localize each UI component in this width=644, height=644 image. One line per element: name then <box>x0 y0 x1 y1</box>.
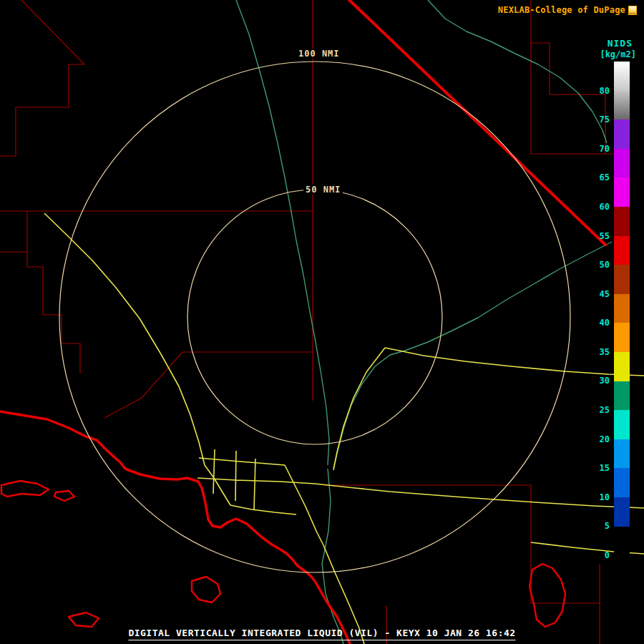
island-outline <box>54 491 74 501</box>
colorbar-segment <box>614 497 630 527</box>
radar-display: 100 NMI 50 NMI NEXLAB-College of DuPage … <box>0 0 644 644</box>
colorbar-tick-label: 35 <box>591 346 610 358</box>
colorbar-tick-label: 50 <box>591 259 610 270</box>
county-boundary-path <box>323 485 600 644</box>
island-outline <box>1 481 49 497</box>
colorbar-tick-label: 55 <box>591 230 610 242</box>
radar-map <box>0 0 644 644</box>
coastline-layer <box>0 0 605 644</box>
colorbar-segment <box>614 91 630 120</box>
colorbar-tick-label: 65 <box>591 172 610 183</box>
range-ring-label-100: 100 NMI <box>296 49 342 59</box>
colorbar-tick-label: 10 <box>591 492 610 503</box>
colorbar-tick-label: 5 <box>591 520 610 532</box>
colorbar-tick-label: 70 <box>591 143 610 155</box>
colorbar-tick-label: 15 <box>591 462 610 474</box>
county-boundary-path <box>27 211 80 374</box>
range-ring-50 <box>187 190 442 444</box>
colorbar-tick-label: 25 <box>591 404 610 416</box>
colorbar-segment <box>614 410 630 439</box>
state-border-path <box>349 0 605 245</box>
colorbar-segment <box>614 381 630 411</box>
colorbar-segments <box>614 62 630 555</box>
island-outline <box>69 613 99 627</box>
coastline-path <box>0 411 350 644</box>
colorbar-segment <box>614 119 630 149</box>
colorbar-segment <box>614 177 630 207</box>
county-boundaries-layer <box>0 0 614 644</box>
river-path <box>333 242 612 468</box>
product-title: DIGITAL VERTICALLY INTEGRATED LIQUID (VI… <box>128 628 515 640</box>
colorbar-tick-label: 60 <box>591 201 610 213</box>
colorbar-segment <box>614 207 630 236</box>
colorbar-segment <box>614 323 630 352</box>
island-outline <box>192 577 220 602</box>
county-boundary-path <box>531 0 614 154</box>
cod-logo-icon <box>628 6 637 15</box>
colorbar-segment <box>614 294 630 323</box>
county-boundary-path <box>0 0 84 156</box>
colorbar-segment <box>614 236 630 265</box>
county-boundary-path <box>104 352 182 418</box>
colorbar-tick-label: 30 <box>591 375 610 386</box>
river-path <box>428 0 607 143</box>
colorbar-segment <box>614 352 630 381</box>
colorbar-segment <box>614 62 630 91</box>
colorbar-tick-label: 0 <box>591 550 610 561</box>
colorbar-tick-label: 40 <box>591 317 610 328</box>
brand-text: NEXLAB-College of DuPage <box>498 5 625 15</box>
colorbar-segment <box>614 149 630 178</box>
colorbar-segment <box>614 468 630 497</box>
colorbar-tick-label: 20 <box>591 434 610 445</box>
highway-path <box>197 449 323 545</box>
colorbar-tick-label: 75 <box>591 114 610 125</box>
colorbar-segment <box>614 527 630 556</box>
lake-outline <box>530 564 565 627</box>
range-ring-label-50: 50 NMI <box>303 185 343 195</box>
colorbar-segment <box>614 439 630 469</box>
colorbar-tick-label: 45 <box>591 288 610 300</box>
highway-path <box>333 348 385 470</box>
river-path <box>322 469 343 644</box>
colorbar-segment <box>614 265 630 294</box>
units-label: [kg/m2] <box>600 49 636 59</box>
colorbar-tick-label: 80 <box>591 85 610 97</box>
product-code-label: NIDS <box>608 38 633 49</box>
rivers-layer <box>236 0 612 644</box>
